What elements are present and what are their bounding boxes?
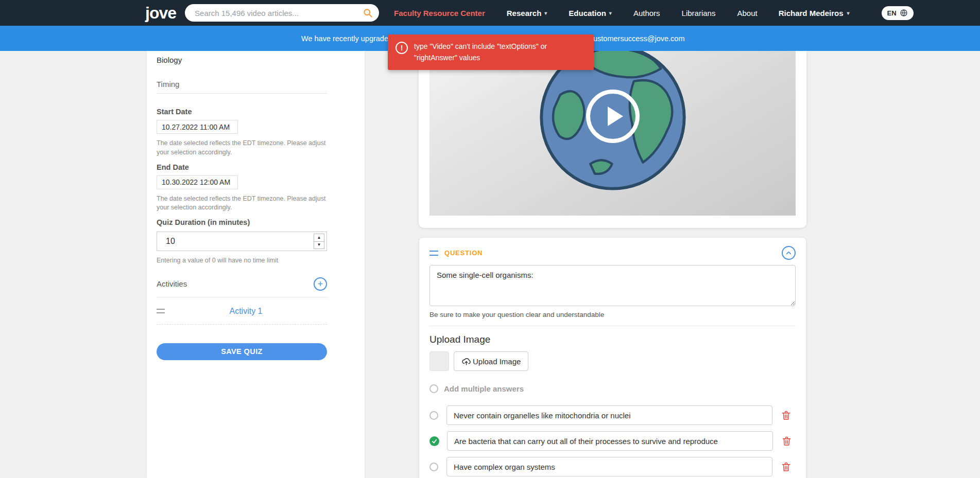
start-date-input[interactable]	[157, 120, 238, 134]
video-preview-card	[419, 51, 806, 228]
trash-icon	[781, 462, 791, 472]
user-menu[interactable]: Richard Medeiros ▾	[773, 9, 855, 17]
trash-icon	[781, 410, 791, 421]
question-editor-card: QUESTION Some single-cell organisms: Be …	[419, 237, 806, 478]
banner-text-right: ustomersuccess@jove.com	[593, 26, 685, 51]
course-name: Biology	[157, 56, 327, 64]
stepper-down-icon[interactable]: ▼	[314, 241, 324, 249]
page: jove Faculty Resource Center Research ▾ …	[0, 0, 980, 478]
quiz-settings-panel: Biology Timing Start Date The date selec…	[147, 51, 365, 478]
end-date-input[interactable]	[157, 175, 238, 189]
upload-icon	[461, 357, 471, 366]
answer-row	[429, 457, 796, 476]
answer-row	[429, 431, 796, 451]
answer-radio[interactable]	[429, 411, 438, 420]
language-label: EN	[887, 9, 897, 17]
nav-education[interactable]: Education ▾	[558, 9, 623, 17]
multiple-answers-radio[interactable]	[429, 384, 438, 393]
answer-text-input[interactable]	[447, 431, 773, 451]
globe-icon	[900, 9, 908, 17]
activities-header: Activities +	[157, 277, 327, 297]
duration-stepper: ▲ ▼	[314, 234, 324, 249]
search-bar	[185, 4, 379, 22]
save-quiz-button[interactable]: SAVE QUIZ	[157, 343, 327, 360]
chevron-up-icon	[785, 249, 793, 257]
nav-authors[interactable]: Authors	[623, 9, 671, 17]
start-date-label: Start Date	[157, 108, 327, 116]
multiple-answers-row: Add multiple answers	[429, 384, 796, 393]
end-date-note: The date selected reflects the EDT timez…	[157, 194, 327, 213]
main-nav: Faculty Resource Center Research ▾ Educa…	[383, 9, 768, 17]
search-button[interactable]	[356, 4, 379, 22]
duration-note: Entering a value of 0 will have no time …	[157, 256, 327, 265]
stepper-up-icon[interactable]: ▲	[314, 234, 324, 241]
delete-answer-button[interactable]	[781, 462, 791, 472]
upload-image-row: Upload Image	[429, 351, 796, 371]
nav-faculty-resource-center[interactable]: Faculty Resource Center	[383, 9, 496, 17]
search-icon	[363, 8, 373, 18]
error-toast[interactable]: ! type "Video" can't include "textOption…	[388, 34, 594, 70]
multiple-answers-label: Add multiple answers	[444, 384, 524, 393]
add-activity-button[interactable]: +	[314, 277, 327, 291]
play-button[interactable]	[586, 90, 640, 143]
question-header: QUESTION	[429, 246, 796, 260]
question-note: Be sure to make your question clear and …	[429, 311, 796, 318]
search-input[interactable]	[185, 9, 356, 17]
duration-field: ▲ ▼	[157, 232, 327, 251]
nav-research[interactable]: Research ▾	[496, 9, 558, 17]
video-player[interactable]	[429, 51, 796, 216]
start-date-note: The date selected reflects the EDT timez…	[157, 139, 327, 157]
image-thumbnail-placeholder	[429, 351, 449, 371]
answer-text-input[interactable]	[446, 405, 772, 425]
nav-librarians[interactable]: Librarians	[671, 9, 727, 17]
question-text-input[interactable]: Some single-cell organisms:	[429, 265, 796, 306]
delete-answer-button[interactable]	[782, 436, 792, 447]
chevron-down-icon: ▾	[609, 10, 612, 16]
chevron-down-icon: ▾	[847, 10, 850, 16]
duration-label: Quiz Duration (in minutes)	[157, 218, 327, 226]
language-selector[interactable]: EN	[882, 6, 914, 20]
answer-radio[interactable]	[429, 463, 438, 471]
activities-label: Activities	[157, 279, 187, 288]
correct-answer-check-icon[interactable]	[429, 436, 439, 446]
timing-section-label: Timing	[157, 80, 327, 94]
upload-image-button[interactable]: Upload Image	[454, 351, 528, 371]
question-drag-handle-icon[interactable]	[429, 251, 438, 256]
drag-handle-icon[interactable]	[157, 309, 165, 313]
upload-button-label: Upload Image	[473, 357, 521, 366]
top-navbar: jove Faculty Resource Center Research ▾ …	[0, 0, 980, 26]
question-section-label: QUESTION	[444, 249, 483, 257]
end-date-label: End Date	[157, 163, 327, 171]
jove-logo[interactable]: jove	[145, 4, 176, 23]
activity-list-item: Activity 1	[157, 297, 327, 325]
answer-text-input[interactable]	[446, 457, 772, 476]
chevron-down-icon: ▾	[544, 10, 547, 16]
upload-image-heading: Upload Image	[429, 334, 796, 345]
activity-link[interactable]: Activity 1	[165, 307, 327, 316]
user-name: Richard Medeiros	[779, 9, 844, 17]
trash-icon	[782, 436, 792, 447]
duration-input[interactable]	[157, 232, 326, 251]
answer-row	[429, 405, 796, 425]
banner-text-left: We have recently upgrade	[0, 26, 388, 51]
play-icon	[608, 107, 623, 126]
collapse-question-button[interactable]	[782, 246, 796, 260]
toast-message: type "Video" can't include "textOptions"…	[414, 41, 586, 63]
nav-about[interactable]: About	[726, 9, 768, 17]
divider	[429, 326, 796, 326]
delete-answer-button[interactable]	[781, 410, 791, 421]
alert-icon: !	[396, 42, 408, 54]
